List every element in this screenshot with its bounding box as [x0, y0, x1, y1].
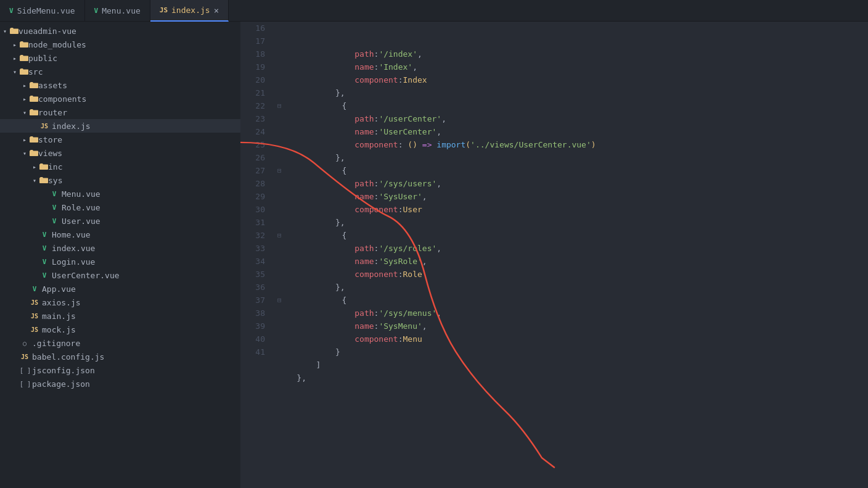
js-file-icon-indexjs-file: JS: [39, 123, 49, 130]
line-number-28: 28: [240, 177, 265, 190]
sidebar-item-home-vue[interactable]: VHome.vue: [0, 228, 240, 241]
code-line-33: component:Role: [277, 268, 856, 281]
code-line-20: ⊟ {: [277, 99, 856, 112]
code-line-35: ⊟ {: [277, 294, 856, 307]
folder-icon-svg: [20, 54, 28, 62]
tree-item-label-public: public: [28, 54, 57, 63]
line-number-40: 40: [240, 333, 265, 345]
sidebar-item-main-js[interactable]: JSmain.js: [0, 309, 240, 323]
code-line-24: },: [277, 151, 856, 164]
tree-item-label-user-vue: User.vue: [62, 217, 100, 226]
tab-indexjs[interactable]: JS index.js ×: [150, 0, 229, 22]
sidebar-item-vueadmin-vue[interactable]: vueadmin-vue: [0, 24, 240, 38]
sidebar-item-store[interactable]: store: [0, 133, 240, 146]
sidebar-item-package-json[interactable]: [ ]package.json: [0, 377, 240, 391]
folder-icon-svg: [30, 136, 38, 143]
line-number-35: 35: [240, 268, 265, 281]
folder-arrow-views[interactable]: [20, 148, 30, 158]
code-line-36: path:'/sys/menus',: [277, 307, 856, 320]
vue-file-icon-user-vue: V: [49, 217, 59, 225]
sidebar-item-role-vue[interactable]: VRole.vue: [0, 201, 240, 214]
line-number-30: 30: [240, 203, 265, 216]
tree-item-label-package-json: package.json: [32, 379, 90, 389]
sidebar-item-mock-js[interactable]: JSmock.js: [0, 323, 240, 336]
sidebar-item-app-vue[interactable]: VApp.vue: [0, 282, 240, 296]
folder-arrow-components[interactable]: [20, 94, 30, 104]
folder-arrow-router[interactable]: [20, 107, 30, 117]
tree-item-label-store: store: [38, 135, 62, 144]
sidebar-item-indexjs-file[interactable]: JSindex.js: [0, 119, 240, 133]
folder-icon-svg: [20, 68, 28, 75]
tree-item-label-role-vue: Role.vue: [62, 203, 100, 212]
sidebar-item-babel-config[interactable]: JSbabel.config.js: [0, 350, 240, 363]
sidebar-item-jsconfig[interactable]: [ ]jsconfig.json: [0, 363, 240, 377]
sidebar-item-menu-vue[interactable]: VMenu.vue: [0, 187, 240, 201]
line-number-37: 37: [240, 294, 265, 307]
line-number-23: 23: [240, 112, 265, 125]
fold-indicator-30[interactable]: ⊟: [277, 229, 282, 242]
code-line-39: }: [277, 345, 856, 358]
sidebar-item-src[interactable]: src: [0, 65, 240, 78]
code-content: path:'/index', name:'Index', component:I…: [271, 22, 868, 488]
line-number-22: 22: [240, 99, 265, 112]
folder-icon-svg: [30, 109, 38, 116]
vue-file-icon: V: [94, 7, 99, 15]
folder-arrow-inc[interactable]: [30, 162, 39, 172]
line-number-21: 21: [240, 86, 265, 99]
folder-arrow-node_modules[interactable]: [10, 39, 20, 49]
tab-menu[interactable]: V Menu.vue: [85, 0, 150, 22]
vue-file-icon-login-vue: V: [39, 258, 49, 266]
line-number-25: 25: [240, 138, 265, 151]
tree-item-label-babel-config: babel.config.js: [32, 352, 104, 362]
folder-arrow-src[interactable]: [10, 67, 20, 77]
json-file-icon-package-json: [ ]: [20, 381, 30, 387]
sidebar-item-usercenter-vue[interactable]: VUserCenter.vue: [0, 268, 240, 282]
sidebar-item-gitignore[interactable]: ○.gitignore: [0, 336, 240, 350]
folder-arrow-assets[interactable]: [20, 80, 30, 90]
code-editor[interactable]: 1617181920212223242526272829303132333435…: [240, 22, 868, 488]
tree-item-label-menu-vue: Menu.vue: [62, 189, 100, 199]
code-line-31: path:'/sys/roles',: [277, 242, 856, 255]
sidebar-item-assets[interactable]: assets: [0, 78, 240, 92]
sidebar-item-views[interactable]: views: [0, 146, 240, 160]
code-line-41: },: [277, 371, 856, 384]
line-number-29: 29: [240, 190, 265, 203]
vue-file-icon-menu-vue: V: [49, 190, 59, 198]
sidebar-item-inc[interactable]: inc: [0, 160, 240, 173]
line-number-18: 18: [240, 48, 265, 60]
vue-file-icon-app-vue: V: [30, 285, 39, 293]
folder-arrow-public[interactable]: [10, 53, 20, 63]
close-icon[interactable]: ×: [214, 6, 219, 15]
code-line-23: component: () => import('../views/UserCe…: [277, 138, 856, 151]
folder-icon-svg: [39, 176, 48, 184]
js-file-icon-axios-js: JS: [30, 299, 39, 306]
folder-arrow-vueadmin-vue[interactable]: [0, 26, 10, 36]
sidebar-item-login-vue[interactable]: VLogin.vue: [0, 255, 240, 268]
code-line-21: path:'/userCenter',: [277, 112, 856, 125]
sidebar-item-node_modules[interactable]: node_modules: [0, 38, 240, 51]
tree-item-label-node_modules: node_modules: [28, 40, 86, 49]
code-line-40: ]: [277, 358, 856, 371]
tab-indexjs-label: index.js: [171, 6, 210, 15]
folder-arrow-store[interactable]: [20, 134, 30, 144]
sidebar-item-router[interactable]: router: [0, 105, 240, 119]
line-number-41: 41: [240, 345, 265, 358]
sidebar-item-user-vue[interactable]: VUser.vue: [0, 214, 240, 228]
tree-item-label-vueadmin-vue: vueadmin-vue: [18, 27, 76, 36]
tab-sidemenu[interactable]: V SideMenu.vue: [0, 0, 85, 22]
sidebar-item-public[interactable]: public: [0, 51, 240, 65]
line-numbers: 1617181920212223242526272829303132333435…: [240, 22, 271, 488]
sidebar-item-index-vue[interactable]: Vindex.vue: [0, 241, 240, 255]
js-file-icon-mock-js: JS: [30, 326, 39, 333]
folder-icon-svg: [10, 27, 18, 35]
folder-arrow-sys[interactable]: [30, 175, 39, 185]
fold-indicator-35[interactable]: ⊟: [277, 294, 282, 307]
sidebar-item-components[interactable]: components: [0, 92, 240, 105]
fold-indicator-25[interactable]: ⊟: [277, 164, 282, 177]
folder-icon-svg: [20, 41, 28, 48]
vue-file-icon-index-vue: V: [39, 244, 49, 252]
js-file-icon-main-js: JS: [30, 313, 39, 320]
sidebar-item-axios-js[interactable]: JSaxios.js: [0, 296, 240, 309]
sidebar-item-sys[interactable]: sys: [0, 173, 240, 187]
fold-indicator-20[interactable]: ⊟: [277, 99, 282, 112]
